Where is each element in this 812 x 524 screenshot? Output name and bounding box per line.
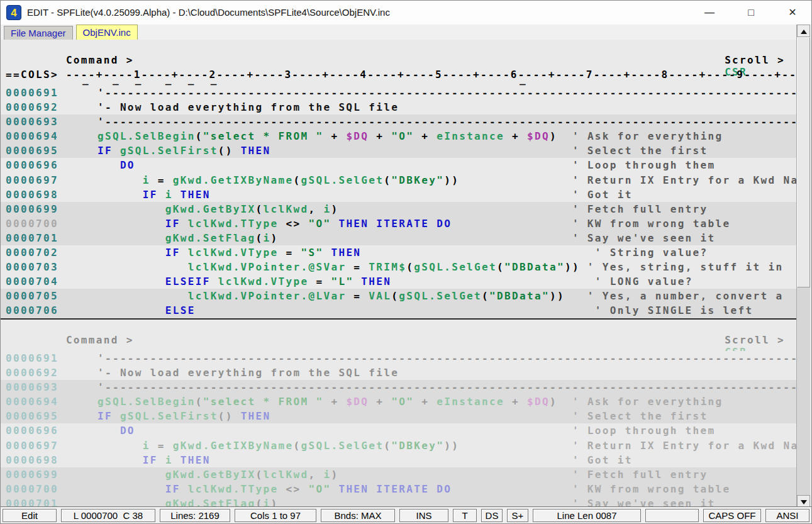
code-segment: ): [331, 203, 338, 215]
line-number: 0000701: [6, 231, 67, 245]
code-line-0000699[interactable]: 0000699 gKwd.GetByIX(lclKwd, i) ' Fetch …: [1, 467, 798, 482]
code-segment: +: [323, 130, 346, 142]
scroll-up-button[interactable]: [797, 25, 810, 37]
line-number: 0000698: [6, 187, 67, 202]
line-number: 0000697: [6, 438, 67, 453]
code-line-0000698[interactable]: 0000698 IF i THEN ' Got it: [1, 187, 798, 202]
code-line-0000695[interactable]: 0000695 IF gSQL.SelFirst() THEN ' Select…: [1, 409, 798, 423]
code-line-0000694[interactable]: 0000694 gSQL.SelBegin("select * FROM " +…: [1, 394, 798, 409]
code-segment: i: [165, 189, 173, 201]
line-number: 0000693: [6, 380, 67, 394]
code-line-0000700[interactable]: 0000700 IF lclKwd.TType <> "O" THEN ITER…: [1, 482, 798, 496]
scrollbar-thumb[interactable]: [797, 37, 810, 287]
code-line-0000693[interactable]: 0000693 '-------------------------------…: [1, 380, 798, 394]
code-segment: [67, 276, 165, 287]
scroll-down-button[interactable]: [797, 495, 810, 508]
code-line-0000692[interactable]: 0000692 '- Now load everything from the …: [1, 365, 798, 380]
vertical-scrollbar[interactable]: [796, 25, 810, 508]
code-segment: )): [565, 261, 580, 273]
code-segment: (): [218, 145, 241, 157]
code-segment: ): [271, 232, 279, 244]
editor-area: Command > Scroll > CSR ==COLS> ----+----…: [1, 40, 798, 508]
code-segment: )): [550, 290, 565, 302]
padding: [271, 145, 572, 157]
code-segment: [67, 304, 165, 316]
code-line-0000699[interactable]: 0000699 gKwd.GetByIX(lclKwd, i) ' Fetch …: [1, 202, 798, 216]
code-segment: gSQL.SelBegin: [97, 130, 196, 142]
trailing-comment: ' Got it: [572, 189, 633, 201]
line-number: 0000705: [6, 289, 67, 303]
line-number: 0000697: [6, 173, 67, 187]
padding: [580, 261, 587, 273]
code-segment: (: [497, 261, 504, 273]
padding: [459, 440, 572, 452]
code-line-0000697[interactable]: 0000697 i = gKwd.GetIXByName(gSQL.SelGet…: [1, 438, 798, 453]
code-segment: '- Now load everything from the SQL file: [67, 367, 399, 379]
maximize-button[interactable]: □: [738, 3, 764, 22]
close-button[interactable]: ✕: [780, 3, 805, 22]
code-line-0000694[interactable]: 0000694 gSQL.SelBegin("select * FROM " +…: [1, 129, 798, 143]
edit-pane-bottom: Command > Scroll > CSR 0000691 '--------…: [1, 320, 798, 508]
code-segment: [67, 174, 143, 186]
code-line-0000691[interactable]: 0000691 '-------------------------------…: [1, 86, 798, 100]
code-segment: "S": [301, 247, 323, 259]
code-segment: lclKwd.TType: [188, 483, 279, 495]
code-line-0000702[interactable]: 0000702 IF lclKwd.VType = "S" THEN ' Str…: [1, 245, 798, 260]
code-segment: [113, 410, 120, 422]
tab-objenv-inc[interactable]: ObjENV.inc: [76, 25, 138, 40]
code-line-0000692[interactable]: 0000692 '- Now load everything from the …: [1, 100, 798, 114]
code-segment: THEN: [181, 454, 211, 466]
code-line-0000696[interactable]: 0000696 DO ' Loop through them: [1, 423, 798, 438]
code-line-0000697[interactable]: 0000697 i = gKwd.GetIXByName(gSQL.SelGet…: [1, 173, 798, 187]
code-segment: (: [294, 174, 301, 186]
code-segment: [67, 159, 120, 171]
code-segment: (: [256, 469, 264, 481]
code-line-0000693[interactable]: 0000693 '-------------------------------…: [1, 114, 798, 129]
code-segment: +: [323, 396, 346, 408]
line-number: 0000702: [6, 245, 67, 260]
code-line-0000701[interactable]: 0000701 gKwd.SetFlag(i) ' Say we've seen…: [1, 231, 798, 245]
code-segment: [67, 189, 143, 201]
trailing-comment: ' Fetch full entry: [572, 469, 708, 481]
code-line-0000695[interactable]: 0000695 IF gSQL.SelFirst() THEN ' Select…: [1, 143, 798, 158]
status-t-flag: T: [453, 509, 477, 522]
minimize-button[interactable]: —: [697, 3, 722, 22]
code-line-0000691[interactable]: 0000691 '-------------------------------…: [1, 351, 798, 365]
code-segment: "O": [391, 130, 414, 142]
code-segment: [331, 218, 338, 230]
code-segment: [67, 218, 165, 230]
app-icon: 4: [6, 5, 21, 20]
code-segment: +: [369, 396, 391, 408]
code-segment: (: [196, 130, 203, 142]
code-segment: (: [384, 440, 391, 452]
scroll-indicator: Scroll > CSR: [664, 42, 785, 90]
code-segment: (: [256, 203, 264, 215]
line-number: 0000691: [6, 86, 67, 100]
code-segment: gSQL.SelGet: [301, 174, 384, 186]
code-segment: [67, 247, 165, 259]
code-line-0000704[interactable]: 0000704 ELSEIF lclKwd.VType = "L" THEN '…: [1, 274, 798, 289]
status-encoding: ANSI: [765, 509, 809, 522]
line-number: 0000696: [6, 423, 67, 438]
code-segment: gSQL.SelGet: [399, 290, 482, 302]
code-segment: $DQ: [346, 396, 369, 408]
code-segment: =: [308, 276, 331, 287]
code-segment: "O": [391, 396, 414, 408]
padding: [135, 425, 572, 437]
tab-file-manager[interactable]: File Manager: [4, 26, 73, 40]
status-bounds: Bnds: MAX: [321, 509, 395, 522]
code-line-0000706[interactable]: 0000706 ELSE ' Only SINGLE is left: [1, 303, 798, 318]
padding: [361, 247, 594, 259]
code-segment: eInstance: [437, 396, 504, 408]
trailing-comment: ' LONG value?: [595, 276, 693, 287]
code-segment: =: [279, 247, 301, 259]
code-segment: '---------------------------------------…: [67, 381, 798, 393]
code-line-0000705[interactable]: 0000705 lclKwd.VPointer.@LVar = VAL(gSQL…: [1, 289, 798, 303]
code-segment: THEN: [241, 145, 271, 157]
code-segment: '---------------------------------------…: [67, 116, 798, 128]
code-line-0000703[interactable]: 0000703 lclKwd.VPointer.@SVar = TRIM$(gS…: [1, 260, 798, 274]
code-line-0000698[interactable]: 0000698 IF i THEN ' Got it: [1, 453, 798, 467]
code-line-0000696[interactable]: 0000696 DO ' Loop through them: [1, 158, 798, 172]
code-line-0000700[interactable]: 0000700 IF lclKwd.TType <> "O" THEN ITER…: [1, 216, 798, 231]
code-segment: IF: [97, 145, 113, 157]
